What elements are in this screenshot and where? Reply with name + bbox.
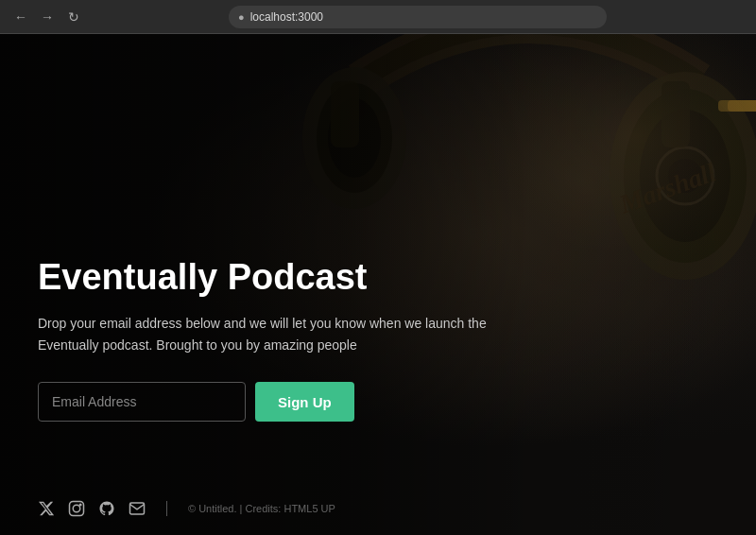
copyright-text: © Untitled. | Credits: HTML5 UP: [188, 503, 335, 514]
email-input[interactable]: [38, 382, 246, 422]
twitter-icon[interactable]: [38, 500, 55, 517]
refresh-button[interactable]: ↻: [64, 8, 83, 26]
github-icon[interactable]: [98, 500, 115, 517]
lock-icon: ●: [238, 11, 245, 23]
browser-chrome: ← → ↻ ● localhost:3000: [0, 0, 756, 34]
svg-rect-15: [70, 502, 84, 516]
page: Marshall Eventually Podcast Drop your em…: [0, 34, 756, 535]
svg-point-16: [73, 505, 80, 512]
signup-form: Sign Up: [38, 382, 756, 422]
footer: © Untitled. | Credits: HTML5 UP: [0, 482, 756, 535]
instagram-icon[interactable]: [68, 500, 85, 517]
page-title: Eventually Podcast: [38, 258, 756, 298]
url-text: localhost:3000: [250, 10, 323, 24]
page-subtitle: Drop your email address below and we wil…: [38, 313, 491, 355]
page-content: Eventually Podcast Drop your email addre…: [0, 34, 756, 535]
url-bar[interactable]: ● localhost:3000: [229, 6, 607, 28]
footer-divider: [166, 501, 167, 516]
forward-button[interactable]: →: [38, 8, 57, 26]
back-button[interactable]: ←: [11, 8, 30, 26]
social-icons: [38, 500, 146, 517]
signup-button[interactable]: Sign Up: [255, 382, 354, 422]
email-icon[interactable]: [129, 500, 146, 517]
svg-point-17: [79, 504, 81, 506]
